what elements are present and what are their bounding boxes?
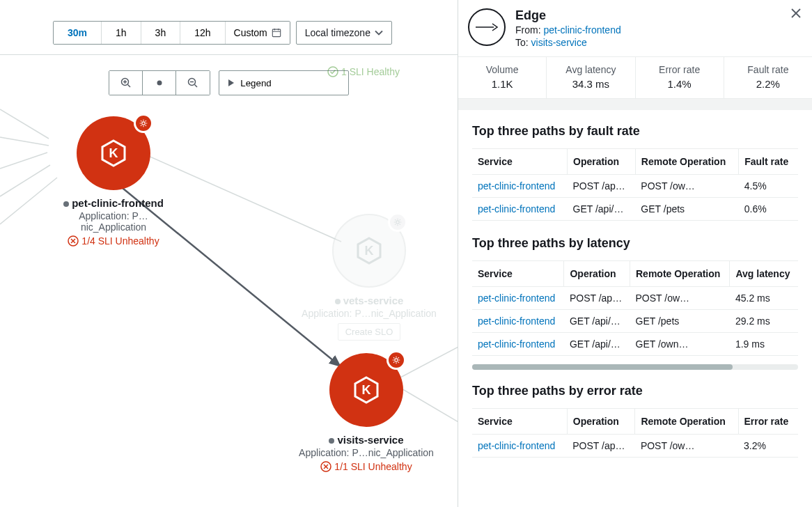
svg-point-21 [328,67,338,77]
section-error-rate: Top three paths by error rate Service Op… [458,370,812,463]
edge-icon [468,8,506,46]
svg-point-28 [396,221,399,224]
kubernetes-icon: K [350,373,383,407]
fit-button[interactable] [143,71,176,95]
svg-text:K: K [365,244,374,258]
table-row[interactable]: pet-clinic-frontend POST /ap… POST /ow… … [472,435,798,458]
edge-to: To: visits-service [515,37,621,48]
svg-text:K: K [109,146,118,160]
close-icon [791,8,801,18]
time-3h[interactable]: 3h [141,22,181,44]
error-rate-table: Service Operation Remote Operation Error… [472,408,798,458]
zoom-in-icon [120,77,132,88]
edge-title: Edge [515,8,621,23]
section-fault-rate: Top three paths by fault rate Service Op… [458,104,812,226]
zoom-group [109,70,210,95]
kubernetes-icon: K [352,234,386,267]
service-map-canvas[interactable]: 1 SLI Healthy K pet-clinic-frontend Appl… [0,102,458,505]
time-range-group: 30m 1h 3h 12h Custom [53,21,290,45]
table-row[interactable]: pet-clinic-frontend GET /api/… GET /pets… [472,198,798,221]
zoom-out-icon [187,77,198,88]
time-custom[interactable]: Custom [226,22,290,44]
metrics-bar: Volume 1.1K Avg latency 34.3 ms Error ra… [458,56,812,99]
edge-details-panel: || Edge From: pet-clinic-frontend To: vi… [458,0,812,507]
time-30m[interactable]: 30m [54,22,102,44]
svg-point-23 [142,122,145,125]
svg-line-15 [0,165,50,196]
create-slo-button[interactable]: Create SLO [338,323,401,341]
timezone-select[interactable]: Local timezone [296,21,392,45]
close-button[interactable] [791,8,801,18]
svg-rect-0 [272,29,280,37]
svg-line-10 [195,85,198,88]
svg-text:K: K [362,383,371,397]
edge-from-link[interactable]: pet-clinic-frontend [543,24,620,36]
time-toolbar: 30m 1h 3h 12h Custom Local timezone [0,0,458,54]
table-row[interactable]: pet-clinic-frontend POST /ap… POST /ow… … [472,287,798,310]
edge-header: Edge From: pet-clinic-frontend To: visit… [458,0,812,56]
kubernetes-icon: K [97,136,130,170]
table-row[interactable]: pet-clinic-frontend POST /ap… POST /ow… … [472,175,798,198]
svg-line-14 [0,153,47,169]
edge-from: From: pet-clinic-frontend [515,24,621,36]
edge-to-link[interactable]: visits-service [531,37,587,48]
section-latency: Top three paths by latency Service Opera… [458,226,812,361]
node-vets-service[interactable]: K vets-service Application: P…nic_Applic… [299,214,439,341]
error-circle-icon [68,235,79,247]
metric-latency: Avg latency 34.3 ms [547,57,635,98]
node-visits-service[interactable]: K visits-service Application: P…nic_Appl… [297,353,436,472]
sli-healthy-badge: 1 SLI Healthy [327,63,400,77]
fault-rate-table: Service Operation Remote Operation Fault… [472,148,798,221]
metric-error: Error rate 1.4% [636,57,724,98]
time-12h[interactable]: 12h [180,22,225,44]
gear-icon [139,118,148,128]
table-row[interactable]: pet-clinic-frontend GET /api/… GET /own…… [472,333,798,356]
metric-volume: Volume 1.1K [458,57,547,98]
check-circle-icon [327,66,338,77]
metric-fault: Fault rate 2.2% [724,57,812,98]
svg-line-13 [0,137,49,146]
calendar-icon [272,28,281,38]
zoom-in-button[interactable] [109,71,143,95]
table-row[interactable]: pet-clinic-frontend GET /api/… GET /pets… [472,310,798,333]
svg-point-30 [395,359,398,361]
chevron-down-icon [375,30,383,36]
svg-point-8 [157,81,162,86]
node-pet-clinic-frontend[interactable]: K pet-clinic-frontend Application: P…nic… [47,116,180,247]
gear-icon [391,355,401,365]
horizontal-scrollbar[interactable] [472,364,798,370]
gear-icon [393,217,403,227]
play-icon [228,79,235,87]
dot-icon [157,80,162,86]
zoom-out-button[interactable] [176,71,210,95]
time-1h[interactable]: 1h [102,22,141,44]
svg-line-5 [127,85,130,88]
svg-line-12 [0,109,49,139]
error-circle-icon [320,461,331,472]
latency-table: Service Operation Remote Operation Avg l… [472,260,798,356]
